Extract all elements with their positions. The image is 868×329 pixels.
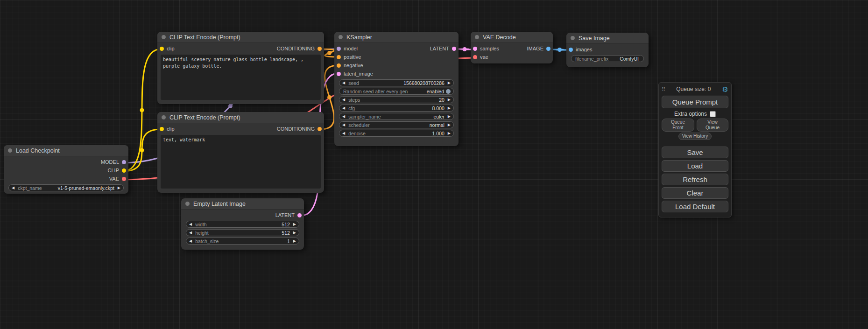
node-title: CLIP Text Encode (Prompt) xyxy=(169,114,240,121)
input-slot-vae: vae xyxy=(471,53,553,61)
arrow-right-icon[interactable]: ▶ xyxy=(448,98,451,102)
arrow-right-icon[interactable]: ▶ xyxy=(448,106,451,110)
slot-label: vae xyxy=(480,54,488,60)
arrow-right-icon[interactable]: ▶ xyxy=(448,115,451,119)
node-title-bar[interactable]: Save Image xyxy=(566,33,649,44)
clip-input-dot[interactable] xyxy=(160,127,164,131)
widget-ckpt-name[interactable]: ◀ ckpt_name v1-5-pruned-emaonly.ckpt ▶ xyxy=(8,184,124,191)
settings-gear-icon[interactable]: ⚙ xyxy=(722,86,728,93)
node-title-bar[interactable]: CLIP Text Encode (Prompt) xyxy=(157,112,324,123)
node-title-bar[interactable]: Empty Latent Image xyxy=(181,198,304,210)
samples-input-dot[interactable] xyxy=(473,47,477,51)
arrow-left-icon[interactable]: ◀ xyxy=(342,115,345,119)
latent-output-dot[interactable] xyxy=(297,213,302,217)
refresh-button[interactable]: Refresh xyxy=(662,174,728,185)
negative-input-dot[interactable] xyxy=(337,63,341,68)
output-slot-model: MODEL xyxy=(4,158,128,166)
widget-steps[interactable]: ◀ steps 20 ▶ xyxy=(339,96,454,103)
clip-input-dot[interactable] xyxy=(160,47,164,51)
widget-batch-size[interactable]: ◀ batch_size 1 ▶ xyxy=(186,238,299,245)
collapse-dot-icon[interactable] xyxy=(162,115,166,119)
widget-width[interactable]: ◀ width 512 ▶ xyxy=(186,221,299,228)
view-queue-button[interactable]: View Queue xyxy=(697,119,728,132)
conditioning-output-dot[interactable] xyxy=(318,127,322,131)
drag-handle-icon[interactable]: ⠿ xyxy=(662,86,665,92)
arrow-right-icon[interactable]: ▶ xyxy=(293,223,296,226)
image-output-dot[interactable] xyxy=(546,47,550,51)
clear-button[interactable]: Clear xyxy=(662,187,728,199)
extra-options-checkbox[interactable] xyxy=(710,111,716,117)
slot-label: positive xyxy=(344,54,361,60)
arrow-right-icon[interactable]: ▶ xyxy=(448,123,451,127)
widget-denoise[interactable]: ◀ denoise 1.000 ▶ xyxy=(339,130,454,137)
arrow-left-icon[interactable]: ◀ xyxy=(189,223,192,226)
node-vae-decode[interactable]: VAE Decode samples IMAGE vae xyxy=(471,32,553,63)
widget-value: 20 xyxy=(439,97,445,103)
load-default-button[interactable]: Load Default xyxy=(662,201,728,212)
widget-scheduler[interactable]: ◀ scheduler normal ▶ xyxy=(339,121,454,128)
widget-cfg[interactable]: ◀ cfg 8.000 ▶ xyxy=(339,105,454,112)
vae-input-dot[interactable] xyxy=(473,55,477,59)
arrow-left-icon[interactable]: ◀ xyxy=(12,186,14,190)
node-title-bar[interactable]: CLIP Text Encode (Prompt) xyxy=(157,32,324,43)
arrow-left-icon[interactable]: ◀ xyxy=(342,132,345,135)
images-input-dot[interactable] xyxy=(569,48,573,52)
widget-value: 8.000 xyxy=(432,105,445,111)
latent-image-input-dot[interactable] xyxy=(337,72,341,76)
node-clip-text-encode-negative[interactable]: CLIP Text Encode (Prompt) clip CONDITION… xyxy=(157,112,324,193)
node-load-checkpoint[interactable]: Load Checkpoint MODEL CLIP VAE xyxy=(4,145,128,194)
slot-row: clip CONDITIONING xyxy=(157,44,324,53)
collapse-dot-icon[interactable] xyxy=(8,148,12,153)
vae-output-dot[interactable] xyxy=(122,177,126,181)
collapse-dot-icon[interactable] xyxy=(162,35,166,39)
link-dot-ksampler-latent-to-vae-decode xyxy=(463,47,467,51)
widget-filename-prefix[interactable]: filename_prefix ComfyUI xyxy=(571,55,644,62)
collapse-dot-icon[interactable] xyxy=(571,36,575,40)
collapse-dot-icon[interactable] xyxy=(185,202,190,206)
node-title-bar[interactable]: KSampler xyxy=(334,32,459,43)
load-button[interactable]: Load xyxy=(662,160,728,172)
arrow-right-icon[interactable]: ▶ xyxy=(118,186,120,190)
collapse-dot-icon[interactable] xyxy=(475,35,479,39)
save-button[interactable]: Save xyxy=(662,147,728,158)
clip-output-dot[interactable] xyxy=(122,168,126,173)
node-clip-text-encode-positive[interactable]: CLIP Text Encode (Prompt) clip CONDITION… xyxy=(157,32,324,104)
arrow-left-icon[interactable]: ◀ xyxy=(189,239,192,243)
model-output-dot[interactable] xyxy=(122,160,126,164)
arrow-right-icon[interactable]: ▶ xyxy=(448,81,451,85)
queue-front-button[interactable]: Queue Front xyxy=(662,119,694,132)
node-title-bar[interactable]: Load Checkpoint xyxy=(4,145,128,156)
arrow-left-icon[interactable]: ◀ xyxy=(189,231,192,235)
link-dot-checkpoint-clip-to-positive-prompt xyxy=(140,108,144,112)
node-save-image[interactable]: Save Image images filename_prefix ComfyU… xyxy=(566,33,649,67)
widget-height[interactable]: ◀ height 512 ▶ xyxy=(186,229,299,236)
view-history-button[interactable]: View History xyxy=(678,133,712,140)
arrow-left-icon[interactable]: ◀ xyxy=(342,123,345,127)
node-title: Empty Latent Image xyxy=(193,201,246,207)
node-title-bar[interactable]: VAE Decode xyxy=(471,32,553,43)
widget-seed[interactable]: ◀ seed 156680208700286 ▶ xyxy=(339,79,454,86)
link-dot-vae-image-to-save-image xyxy=(557,48,562,52)
widget-sampler-name[interactable]: ◀ sampler_name euler ▶ xyxy=(339,113,454,120)
collapse-dot-icon[interactable] xyxy=(339,35,343,39)
conditioning-output-dot[interactable] xyxy=(318,47,322,51)
negative-prompt-textarea[interactable]: text, watermark xyxy=(161,135,321,189)
arrow-left-icon[interactable]: ◀ xyxy=(342,98,345,102)
positive-prompt-textarea[interactable]: beautiful scenery nature glass bottle la… xyxy=(161,55,321,100)
arrow-right-icon[interactable]: ▶ xyxy=(448,132,451,135)
arrow-left-icon[interactable]: ◀ xyxy=(342,106,345,110)
node-empty-latent-image[interactable]: Empty Latent Image LATENT ◀ width 512 ▶ … xyxy=(181,198,304,250)
latent-output-dot[interactable] xyxy=(452,47,456,51)
widget-control-after-generate[interactable]: Random seed after every gen enabled xyxy=(339,88,454,95)
graph-canvas[interactable]: Load Checkpoint MODEL CLIP VAE xyxy=(0,0,868,329)
positive-input-dot[interactable] xyxy=(337,55,341,59)
widget-label: scheduler xyxy=(348,122,370,128)
slot-label: model xyxy=(344,46,358,51)
toggle-indicator-icon[interactable] xyxy=(446,89,451,94)
model-input-dot[interactable] xyxy=(337,47,341,51)
queue-prompt-button[interactable]: Queue Prompt xyxy=(662,96,728,108)
arrow-left-icon[interactable]: ◀ xyxy=(342,81,345,85)
node-ksampler[interactable]: KSampler model LATENT positive xyxy=(334,32,459,146)
arrow-right-icon[interactable]: ▶ xyxy=(293,239,296,243)
arrow-right-icon[interactable]: ▶ xyxy=(293,231,296,235)
